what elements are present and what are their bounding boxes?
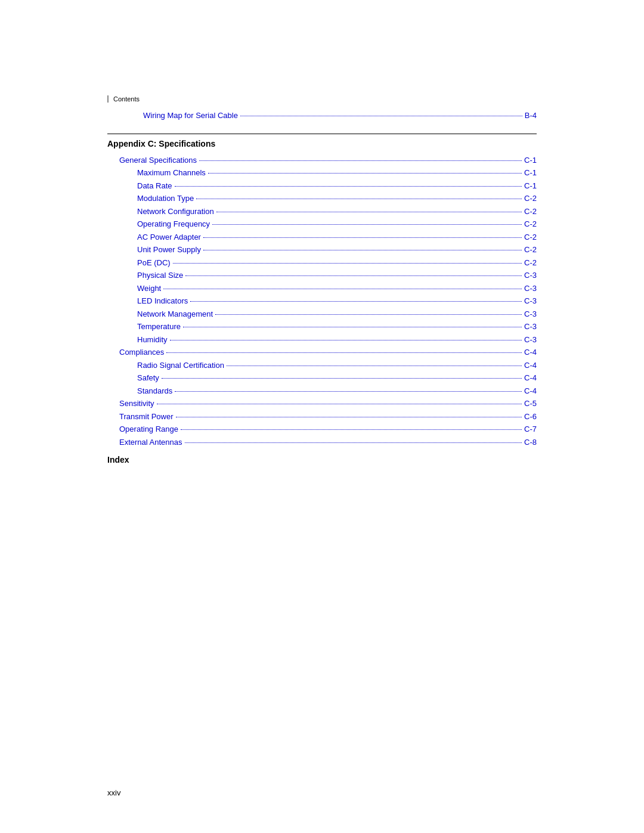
toc-title[interactable]: Physical Size: [137, 270, 183, 281]
toc-title[interactable]: Operating Frequency: [137, 218, 210, 230]
toc-page: C-3: [524, 295, 537, 307]
toc-dots: [208, 166, 522, 174]
toc-title[interactable]: Weight: [137, 283, 161, 295]
toc-dots: [173, 256, 522, 264]
toc-title[interactable]: Standards: [137, 385, 172, 397]
toc-page: C-3: [524, 334, 537, 346]
toc-row: TemperatureC-3: [107, 321, 537, 333]
toc-dots: [216, 205, 522, 212]
toc-row: Physical SizeC-3: [107, 270, 537, 281]
toc-page: C-4: [524, 385, 537, 397]
toc-page: C-2: [524, 218, 537, 230]
toc-dots: [227, 358, 522, 366]
toc-page: C-5: [524, 398, 537, 410]
toc-title[interactable]: AC Power Adapter: [137, 231, 201, 243]
toc-dots: [176, 410, 522, 417]
toc-page: C-2: [524, 193, 537, 205]
appendix-c-heading: Appendix C: Specifications: [107, 139, 537, 148]
toc-row: PoE (DC)C-2: [107, 257, 537, 269]
toc-row: WeightC-3: [107, 283, 537, 295]
toc-page: C-3: [524, 321, 537, 333]
toc-title[interactable]: Network Management: [137, 308, 213, 320]
page-container: Contents Wiring Map for Serial Cable B-4…: [0, 0, 644, 833]
toc-title[interactable]: Maximum Channels: [137, 167, 206, 179]
toc-row: External AntennasC-8: [107, 436, 537, 448]
toc-page: C-4: [524, 360, 537, 371]
toc-title[interactable]: Radio Signal Certification: [137, 360, 224, 371]
toc-dots: [162, 371, 522, 379]
toc-row: Data RateC-1: [107, 180, 537, 192]
index-heading: Index: [107, 455, 537, 465]
toc-row: SafetyC-4: [107, 372, 537, 384]
toc-title[interactable]: Temperature: [137, 321, 181, 333]
toc-page: C-2: [524, 257, 537, 269]
toc-page: C-2: [524, 244, 537, 256]
appendix-c-entries: General SpecificationsC-1Maximum Channel…: [107, 154, 537, 448]
toc-title[interactable]: General Specifications: [119, 154, 197, 166]
toc-page: C-7: [524, 423, 537, 435]
toc-page: C-3: [524, 308, 537, 320]
toc-title[interactable]: Operating Range: [119, 423, 178, 435]
toc-dots-wiring: [240, 109, 522, 116]
toc-title[interactable]: Safety: [137, 372, 159, 384]
toc-page: C-2: [524, 206, 537, 218]
toc-dots: [199, 153, 522, 161]
toc-row: SensitivityC-5: [107, 398, 537, 410]
toc-title[interactable]: Modulation Type: [137, 193, 194, 205]
toc-dots: [163, 281, 522, 289]
toc-title[interactable]: Data Rate: [137, 180, 172, 192]
toc-row: LED IndicatorsC-3: [107, 295, 537, 307]
toc-page-wiring: B-4: [525, 110, 537, 122]
toc-row: Network ManagementC-3: [107, 308, 537, 320]
toc-page: C-4: [524, 346, 537, 358]
toc-row: Network ConfigurationC-2: [107, 206, 537, 218]
wiring-entry: Wiring Map for Serial Cable B-4: [107, 110, 537, 122]
toc-row: AC Power AdapterC-2: [107, 231, 537, 243]
toc-dots: [157, 397, 522, 404]
toc-title[interactable]: Sensitivity: [119, 398, 154, 410]
page-number: xxiv: [107, 788, 120, 797]
toc-row: Maximum ChannelsC-1: [107, 167, 537, 179]
toc-row: CompliancesC-4: [107, 346, 537, 358]
toc-dots: [166, 345, 522, 353]
toc-dots: [185, 268, 522, 276]
toc-title[interactable]: Humidity: [137, 334, 168, 346]
toc-dots: [190, 294, 522, 302]
toc-dots: [175, 384, 522, 392]
toc-dots: [203, 243, 522, 250]
toc-dots: [175, 179, 522, 187]
toc-page: C-4: [524, 372, 537, 384]
toc-dots: [183, 320, 522, 327]
toc-row: Operating FrequencyC-2: [107, 218, 537, 230]
toc-title[interactable]: External Antennas: [119, 436, 182, 448]
toc-row: Unit Power SupplyC-2: [107, 244, 537, 256]
toc-page: C-3: [524, 270, 537, 281]
toc-dots: [212, 217, 522, 225]
toc-row: Modulation TypeC-2: [107, 193, 537, 205]
toc-title[interactable]: Network Configuration: [137, 206, 214, 218]
toc-title[interactable]: LED Indicators: [137, 295, 188, 307]
toc-dots: [181, 422, 522, 430]
toc-row: General SpecificationsC-1: [107, 154, 537, 166]
toc-title-wiring[interactable]: Wiring Map for Serial Cable: [143, 110, 238, 122]
toc-row: HumidityC-3: [107, 334, 537, 346]
contents-label: Contents: [107, 95, 537, 103]
toc-dots: [196, 191, 522, 199]
toc-page: C-2: [524, 231, 537, 243]
toc-title[interactable]: Compliances: [119, 346, 164, 358]
toc-page: C-3: [524, 283, 537, 295]
toc-dots: [215, 307, 522, 315]
toc-row: StandardsC-4: [107, 385, 537, 397]
toc-page: C-1: [524, 167, 537, 179]
toc-dots: [203, 230, 522, 238]
toc-page: C-1: [524, 180, 537, 192]
toc-row-wiring: Wiring Map for Serial Cable B-4: [143, 110, 537, 122]
toc-title[interactable]: PoE (DC): [137, 257, 171, 269]
toc-row: Transmit PowerC-6: [107, 411, 537, 423]
toc-page: C-6: [524, 411, 537, 423]
toc-title[interactable]: Transmit Power: [119, 411, 174, 423]
toc-row: Operating RangeC-7: [107, 423, 537, 435]
toc-row: Radio Signal CertificationC-4: [107, 360, 537, 371]
toc-title[interactable]: Unit Power Supply: [137, 244, 201, 256]
toc-page: C-8: [524, 436, 537, 448]
